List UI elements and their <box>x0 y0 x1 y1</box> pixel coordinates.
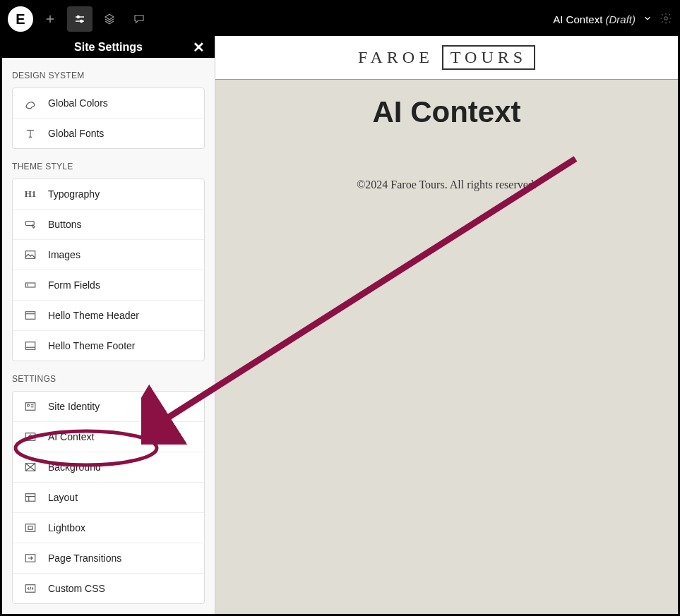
menu-label: Form Fields <box>48 279 100 291</box>
section-label-theme-style: THEME STYLE <box>2 149 215 179</box>
menu-label: Lightbox <box>48 522 85 533</box>
svg-rect-12 <box>25 283 35 287</box>
footer-icon <box>23 339 38 352</box>
svg-rect-14 <box>25 312 35 320</box>
brand-logo[interactable]: FAROE TOURS <box>358 45 535 70</box>
background-icon <box>23 461 38 473</box>
menu-item-hello-header[interactable]: Hello Theme Header <box>13 300 204 330</box>
elementor-logo[interactable]: E <box>8 6 33 32</box>
transitions-icon <box>23 552 38 564</box>
page-dropdown-icon[interactable] <box>643 13 652 25</box>
svg-point-19 <box>28 404 30 406</box>
menu-label: Background <box>48 461 101 473</box>
footer-copyright: ©2024 Faroe Tours. All rights reserved. <box>215 135 678 191</box>
menu-item-site-identity[interactable]: Site Identity <box>13 392 204 421</box>
menu-item-typography[interactable]: H1 Typography <box>13 179 204 209</box>
menu-item-global-colors[interactable]: Global Colors <box>13 88 204 118</box>
sidebar-title-bar: Site Settings ✕ <box>2 36 215 58</box>
menu-item-background[interactable]: Background <box>13 452 204 482</box>
layout-icon <box>23 491 38 504</box>
page-name-label[interactable]: AI Context (Draft) <box>553 13 636 25</box>
menu-label: Layout <box>48 492 78 503</box>
menu-item-ai-context[interactable]: AI Context <box>13 421 204 452</box>
structure-button[interactable] <box>97 6 122 32</box>
menu-item-hello-footer[interactable]: Hello Theme Footer <box>13 330 204 361</box>
brand-text-tours: TOURS <box>442 45 535 70</box>
menu-label: Hello Theme Footer <box>48 340 135 351</box>
preview-canvas: FAROE TOURS AI Context ©2024 Faroe Tours… <box>215 36 678 614</box>
palette-icon <box>23 97 38 109</box>
menu-item-global-fonts[interactable]: Global Fonts <box>13 118 204 148</box>
close-icon[interactable]: ✕ <box>193 39 205 56</box>
add-element-button[interactable] <box>37 6 63 32</box>
menu-label: Typography <box>48 188 100 200</box>
section-label-design-system: DESIGN SYSTEM <box>2 58 215 87</box>
form-fields-icon <box>23 279 38 291</box>
buttons-icon <box>23 218 38 231</box>
menu-label: Page Transitions <box>48 552 121 564</box>
site-header: FAROE TOURS <box>215 36 678 80</box>
svg-rect-27 <box>25 494 35 502</box>
lightbox-icon <box>23 521 38 534</box>
settings-panel-button[interactable] <box>67 6 93 32</box>
menu-label: Buttons <box>48 219 81 230</box>
menu-item-custom-css[interactable]: Custom CSS <box>13 573 204 603</box>
menu-label: Images <box>48 249 80 260</box>
svg-point-6 <box>664 16 668 20</box>
svg-point-4 <box>77 16 79 18</box>
menu-item-page-transitions[interactable]: Page Transitions <box>13 543 204 573</box>
header-icon <box>23 309 38 322</box>
top-settings-icon[interactable] <box>660 12 672 27</box>
page-heading: AI Context <box>215 80 678 135</box>
css-icon <box>23 582 38 595</box>
top-toolbar: E AI Context (Draft) <box>2 2 678 36</box>
sidebar-title: Site Settings <box>74 41 143 54</box>
menu-label: Global Fonts <box>48 128 104 139</box>
svg-rect-11 <box>25 251 35 259</box>
menu-label: Hello Theme Header <box>48 310 139 321</box>
svg-rect-30 <box>25 524 35 532</box>
section-label-settings: SETTINGS <box>2 361 215 391</box>
menu-item-buttons[interactable]: Buttons <box>13 209 204 239</box>
svg-rect-31 <box>28 526 32 530</box>
brand-text-faroe: FAROE <box>358 48 434 67</box>
menu-item-layout[interactable]: Layout <box>13 482 204 512</box>
svg-point-23 <box>29 435 32 439</box>
typography-icon: H1 <box>23 188 38 200</box>
svg-rect-18 <box>25 403 35 411</box>
svg-rect-16 <box>25 342 35 350</box>
menu-item-form-fields[interactable]: Form Fields <box>13 270 204 300</box>
menu-label: AI Context <box>48 431 94 442</box>
ai-context-icon <box>23 430 38 443</box>
site-settings-sidebar: Site Settings ✕ DESIGN SYSTEM Global Col… <box>2 36 215 614</box>
menu-item-lightbox[interactable]: Lightbox <box>13 512 204 543</box>
menu-label: Site Identity <box>48 401 100 412</box>
menu-item-images[interactable]: Images <box>13 239 204 270</box>
svg-point-5 <box>80 20 83 23</box>
menu-label: Global Colors <box>48 97 108 109</box>
font-icon <box>23 127 38 140</box>
identity-icon <box>23 400 38 413</box>
comments-button[interactable] <box>126 6 152 32</box>
menu-label: Custom CSS <box>48 583 105 594</box>
images-icon <box>23 248 38 261</box>
